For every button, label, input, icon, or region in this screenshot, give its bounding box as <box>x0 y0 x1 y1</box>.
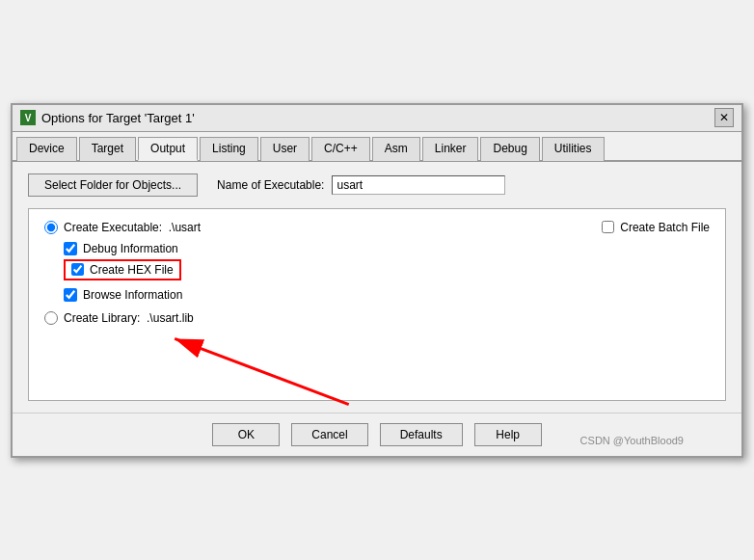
close-button[interactable]: ✕ <box>714 108 734 127</box>
tab-cpp[interactable]: C/C++ <box>311 137 370 161</box>
select-folder-button[interactable]: Select Folder for Objects... <box>28 173 198 197</box>
title-bar: V Options for Target 'Target 1' ✕ <box>13 105 741 132</box>
tab-target[interactable]: Target <box>79 137 136 161</box>
content-area: Select Folder for Objects... Name of Exe… <box>13 162 741 413</box>
create-hex-label: Create HEX File <box>90 263 174 277</box>
create-library-label: Create Library: .\usart.lib <box>64 311 194 325</box>
create-hex-checkbox[interactable] <box>71 263 84 276</box>
tab-device[interactable]: Device <box>16 137 77 161</box>
title-bar-left: V Options for Target 'Target 1' <box>20 110 195 125</box>
debug-info-label: Debug Information <box>83 242 178 255</box>
create-hex-box: Create HEX File <box>64 259 181 280</box>
tab-asm[interactable]: Asm <box>372 137 420 161</box>
tab-output[interactable]: Output <box>138 137 198 161</box>
ok-button[interactable]: OK <box>212 423 280 446</box>
executable-name-input[interactable] <box>332 175 505 195</box>
debug-info-item: Debug Information <box>64 242 710 255</box>
browse-info-checkbox[interactable] <box>64 288 77 302</box>
create-hex-container: Create HEX File <box>64 259 181 280</box>
executable-name-group: Name of Executable: <box>217 175 505 195</box>
debug-info-checkbox[interactable] <box>64 242 77 255</box>
tab-listing[interactable]: Listing <box>200 137 258 161</box>
browse-info-item: Browse Information <box>64 288 710 302</box>
cancel-button[interactable]: Cancel <box>291 423 367 446</box>
create-batch-file-label: Create Batch File <box>620 221 710 234</box>
defaults-button[interactable]: Defaults <box>380 423 463 446</box>
create-batch-file-option: Create Batch File <box>602 221 710 234</box>
executable-name-label: Name of Executable: <box>217 178 324 192</box>
top-row: Select Folder for Objects... Name of Exe… <box>28 173 726 197</box>
main-box: Create Batch File Create Executable: .\u… <box>28 208 726 401</box>
dialog-title: Options for Target 'Target 1' <box>41 111 195 125</box>
watermark: CSDN @YouthBlood9 <box>580 435 684 446</box>
dialog: V Options for Target 'Target 1' ✕ Device… <box>11 103 743 458</box>
tab-linker[interactable]: Linker <box>422 137 479 161</box>
svg-line-1 <box>175 338 349 404</box>
create-executable-radio[interactable] <box>44 221 58 234</box>
browse-info-label: Browse Information <box>83 288 182 302</box>
app-icon: V <box>20 110 36 125</box>
create-executable-label: Create Executable: .\usart <box>64 221 201 234</box>
tab-utilities[interactable]: Utilities <box>542 137 605 161</box>
create-library-radio[interactable] <box>44 311 58 325</box>
create-batch-file-checkbox[interactable] <box>602 221 614 233</box>
tab-bar: Device Target Output Listing User C/C++ … <box>13 132 741 162</box>
help-button[interactable]: Help <box>474 423 542 446</box>
tab-debug[interactable]: Debug <box>480 137 539 161</box>
tab-user[interactable]: User <box>260 137 310 161</box>
create-library-radio-item: Create Library: .\usart.lib <box>44 311 710 325</box>
